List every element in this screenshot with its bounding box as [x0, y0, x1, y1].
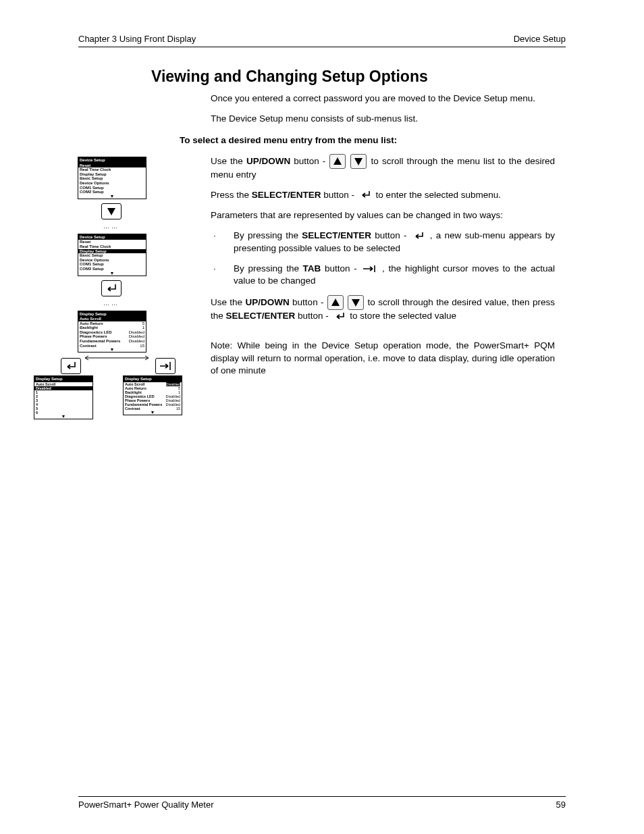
tab-icon	[362, 264, 377, 273]
mock-panel-4: Display Setup Auto Scroll Disabled 12345…	[34, 375, 93, 419]
instr-params: Parameters that are represented by value…	[211, 209, 555, 221]
up-arrow-icon	[329, 154, 346, 169]
header-left: Chapter 3 Using Front Display	[78, 34, 196, 44]
note: Note: While being in the Device Setup op…	[211, 340, 555, 377]
svg-marker-2	[331, 298, 340, 306]
header-right: Device Setup	[514, 34, 566, 44]
svg-marker-0	[333, 157, 342, 165]
enter-icon	[412, 231, 425, 242]
enter-icon	[358, 190, 372, 201]
page-title: Viewing and Changing Setup Options	[151, 68, 566, 86]
mock-panel-5: Display Setup Auto ScrollDisabledAuto Re…	[123, 375, 182, 415]
intro-2: The Device Setup menu consists of sub-me…	[211, 113, 555, 125]
instr-store: Use the UP/DOWN button - to scroll throu…	[211, 295, 555, 322]
footer-page-number: 59	[556, 800, 566, 810]
nav-enter-button: ……	[78, 279, 145, 307]
instr-updown: Use the UP/DOWN button - to scroll throu…	[211, 154, 555, 181]
mock-panel-3: Display Setup Auto ScrollAuto Return5Bac…	[78, 311, 146, 353]
svg-marker-3	[352, 299, 360, 307]
page-footer: PowerSmart+ Power Quality Meter 59	[78, 796, 566, 810]
mock-panel-2: Device Setup ResetReal Time ClockDisplay…	[78, 234, 146, 276]
nav-down-button: ……	[78, 202, 145, 230]
subheading: To select a desired menu entry from the …	[180, 134, 555, 147]
page-header: Chapter 3 Using Front Display Device Set…	[78, 34, 566, 47]
bullet-1: · By pressing the SELECT/ENTER button - …	[213, 230, 555, 254]
down-arrow-icon	[348, 295, 364, 310]
instr-select: Press the SELECT/ENTER button - to enter…	[211, 189, 555, 201]
mock-panel-1: Device Setup ResetReal Time ClockDisplay…	[78, 157, 146, 199]
bullet-dot-icon: ·	[213, 230, 217, 254]
bullet-2: · By pressing the TAB button - , the hig…	[213, 263, 555, 287]
footer-left: PowerSmart+ Power Quality Meter	[78, 800, 213, 810]
svg-marker-1	[354, 158, 363, 165]
up-arrow-icon	[327, 295, 344, 310]
svg-marker-4	[107, 208, 115, 215]
down-arrow-icon	[350, 154, 367, 169]
enter-icon	[333, 311, 346, 322]
bullet-dot-icon: ·	[213, 263, 217, 287]
intro-1: Once you entered a correct password you …	[211, 93, 555, 105]
menu-screenshots: Device Setup ResetReal Time ClockDisplay…	[68, 157, 167, 423]
